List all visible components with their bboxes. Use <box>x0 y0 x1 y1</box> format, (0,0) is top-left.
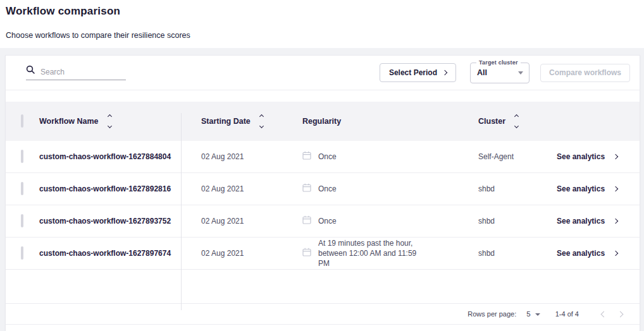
chevron-right-icon <box>613 219 618 224</box>
regularity-text: Once <box>318 216 337 226</box>
regularity-cell: Once <box>283 183 473 195</box>
workflow-comparison-card: Select Period Target cluster All Compare… <box>5 55 640 331</box>
see-analytics-button[interactable]: See analytics <box>545 249 640 258</box>
sort-desc-icon[interactable] <box>259 124 264 128</box>
table-header-row: Workflow Name Starting Date Regularity C… <box>6 102 640 141</box>
cluster-name: Self-Agent <box>473 152 545 161</box>
chevron-right-icon <box>617 311 623 317</box>
sort-asc-icon[interactable] <box>259 114 264 119</box>
calendar-icon <box>302 151 311 162</box>
rows-per-page-label: Rows per page: <box>468 310 516 318</box>
table-row[interactable]: custom-chaos-workflow-1627893752 02 Aug … <box>6 205 640 238</box>
row-checkbox[interactable] <box>21 150 23 163</box>
sort-desc-icon[interactable] <box>108 124 112 128</box>
next-page-button[interactable] <box>612 306 628 322</box>
chevron-right-icon <box>613 186 618 191</box>
workflow-name: custom-chaos-workflow-1627897674 <box>39 249 181 258</box>
column-header-starting-date: Starting Date <box>181 115 283 128</box>
chevron-right-icon <box>613 251 618 256</box>
sort-asc-icon[interactable] <box>514 114 519 119</box>
sort-cluster[interactable] <box>515 115 518 128</box>
select-all-checkbox[interactable] <box>21 114 23 128</box>
row-checkbox[interactable] <box>21 214 23 227</box>
regularity-text: Once <box>318 152 337 162</box>
column-header-workflow-name: Workflow Name <box>39 115 181 128</box>
regularity-text: Once <box>318 184 337 194</box>
chevron-left-icon <box>600 311 607 317</box>
see-analytics-button[interactable]: See analytics <box>545 217 640 226</box>
page-title: Workflow comparison <box>6 5 644 18</box>
table-row[interactable]: custom-chaos-workflow-1627892816 02 Aug … <box>6 173 640 205</box>
starting-date: 02 Aug 2021 <box>181 217 283 226</box>
starting-date: 02 Aug 2021 <box>181 249 283 258</box>
table-empty-space <box>6 270 640 303</box>
regularity-cell: Once <box>283 215 473 227</box>
cluster-name: shbd <box>473 184 545 193</box>
calendar-icon <box>302 215 311 227</box>
workflow-name: custom-chaos-workflow-1627893752 <box>39 217 181 226</box>
calendar-icon <box>302 248 311 259</box>
dropdown-caret-icon <box>535 313 540 316</box>
target-cluster-label: Target cluster <box>476 59 521 66</box>
chevron-right-icon <box>613 154 618 159</box>
column-header-regularity: Regularity <box>283 117 473 126</box>
sort-workflow-name[interactable] <box>108 115 111 128</box>
search-box[interactable] <box>26 65 126 80</box>
sort-asc-icon[interactable] <box>108 114 112 119</box>
page-header: Workflow comparison Choose workflows to … <box>0 0 644 48</box>
select-period-label: Select Period <box>389 68 437 77</box>
target-cluster-value: All <box>477 68 487 77</box>
chevron-right-icon <box>442 70 447 75</box>
starting-date: 02 Aug 2021 <box>181 184 283 193</box>
regularity-cell: At 19 minutes past the hour, between 12:… <box>283 238 473 269</box>
see-analytics-button[interactable]: See analytics <box>545 184 640 193</box>
previous-page-button[interactable] <box>595 306 612 322</box>
compare-workflows-button[interactable]: Compare workflows <box>540 64 630 82</box>
sort-desc-icon[interactable] <box>514 124 519 128</box>
cluster-name: shbd <box>473 249 545 258</box>
row-checkbox[interactable] <box>21 182 23 195</box>
pagination-range: 1-4 of 4 <box>555 310 579 318</box>
search-icon <box>26 65 35 76</box>
select-period-button[interactable]: Select Period <box>380 63 456 82</box>
workflow-name: custom-chaos-workflow-1627884804 <box>39 152 181 161</box>
row-checkbox[interactable] <box>21 246 23 260</box>
search-input[interactable] <box>40 68 126 76</box>
see-analytics-button[interactable]: See analytics <box>545 152 640 161</box>
page-subtitle: Choose workflows to compare their resili… <box>6 31 644 40</box>
regularity-cell: Once <box>283 151 473 162</box>
sort-starting-date[interactable] <box>260 115 263 128</box>
calendar-icon <box>302 183 311 195</box>
workflows-table: Workflow Name Starting Date Regularity C… <box>6 102 640 270</box>
next-section-edge <box>6 324 640 331</box>
toolbar: Select Period Target cluster All Compare… <box>6 56 640 90</box>
regularity-text: At 19 minutes past the hour, between 12:… <box>318 238 430 269</box>
workflow-name: custom-chaos-workflow-1627892816 <box>39 184 181 193</box>
rows-per-page-select[interactable]: 5 <box>526 310 540 318</box>
table-row[interactable]: custom-chaos-workflow-1627897674 02 Aug … <box>6 238 640 270</box>
column-header-cluster: Cluster <box>473 115 545 128</box>
target-cluster-select[interactable]: Target cluster All <box>470 63 529 83</box>
dropdown-caret-icon <box>518 71 523 75</box>
starting-date: 02 Aug 2021 <box>181 152 283 161</box>
column-divider <box>181 113 182 310</box>
pagination-bar: Rows per page: 5 1-4 of 4 <box>6 303 640 324</box>
cluster-name: shbd <box>473 217 545 226</box>
table-row[interactable]: custom-chaos-workflow-1627884804 02 Aug … <box>6 141 640 173</box>
